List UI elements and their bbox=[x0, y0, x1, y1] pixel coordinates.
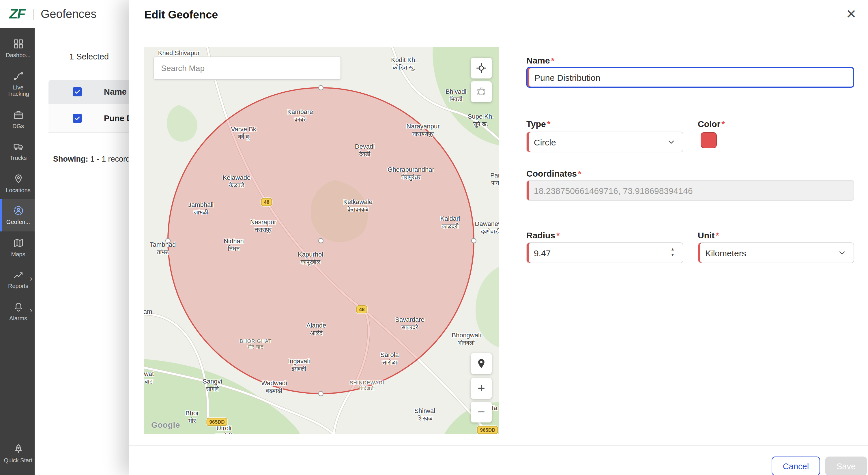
type-select-value: Circle bbox=[534, 137, 556, 147]
unit-select-value: Kilometers bbox=[705, 248, 746, 258]
google-attribution: Google bbox=[151, 420, 180, 430]
row-checkbox[interactable] bbox=[73, 114, 82, 123]
sidebar-item-locations[interactable]: Locations bbox=[0, 167, 35, 199]
geofence-handle[interactable] bbox=[318, 391, 323, 396]
name-input[interactable] bbox=[526, 67, 854, 88]
sidebar-item-alarms[interactable]: Alarms› bbox=[0, 295, 35, 327]
name-label: Name* bbox=[526, 55, 554, 65]
coordinates-input bbox=[526, 180, 854, 201]
sidebar-item-label: Locations bbox=[6, 187, 31, 193]
coordinates-label: Coordinates* bbox=[526, 168, 582, 178]
sidebar-item-label: DGs bbox=[12, 123, 24, 129]
modal-title: Edit Geofence bbox=[144, 9, 218, 21]
sidebar-item-label: Alarms bbox=[9, 315, 27, 321]
row-name: Pune D bbox=[104, 114, 133, 123]
required-asterisk: * bbox=[551, 55, 555, 65]
geofences-icon bbox=[12, 205, 24, 216]
page-title: Geofences bbox=[41, 7, 96, 21]
sidebar-item-dashbo[interactable]: Dashbo... bbox=[0, 32, 35, 64]
check-icon bbox=[74, 88, 81, 95]
showing-value: 1 - 1 record bbox=[90, 155, 130, 163]
sidebar-item-label: Reports bbox=[8, 283, 28, 289]
sidebar-item-trucks[interactable]: Trucks bbox=[0, 135, 35, 167]
sidebar-item-label: Geofen... bbox=[6, 219, 30, 225]
unit-label: Unit* bbox=[698, 230, 719, 240]
cancel-button[interactable]: Cancel bbox=[772, 456, 820, 475]
sidebar-item-geofen[interactable]: Geofen... bbox=[0, 199, 35, 231]
zoom-out-button[interactable]: − bbox=[471, 402, 492, 422]
sidebar-item-live-tracking[interactable]: Live Tracking bbox=[0, 64, 35, 103]
zoom-in-button[interactable]: + bbox=[471, 378, 492, 399]
draw-polygon-button[interactable] bbox=[471, 82, 492, 102]
sidebar-item-label: Quick Start bbox=[4, 457, 33, 464]
edit-geofence-modal: Edit Geofence ✕ bbox=[129, 0, 868, 475]
sidebar-item-label: Trucks bbox=[9, 155, 27, 161]
sidebar-item-reports[interactable]: Reports› bbox=[0, 263, 35, 295]
map-search-input[interactable] bbox=[154, 57, 341, 80]
geofence-handle[interactable] bbox=[318, 239, 323, 243]
dgs-icon bbox=[12, 109, 24, 120]
brand-logo: ZF bbox=[9, 6, 25, 22]
select-all-checkbox[interactable] bbox=[73, 87, 82, 96]
live-tracking-icon bbox=[12, 70, 24, 82]
radius-input[interactable] bbox=[526, 243, 683, 263]
color-label: Color* bbox=[698, 119, 725, 129]
sidebar-item-maps[interactable]: Maps bbox=[0, 231, 35, 263]
chevron-down-icon bbox=[837, 248, 847, 257]
trucks-icon bbox=[12, 141, 24, 152]
geofence-handle[interactable] bbox=[166, 239, 170, 243]
save-button[interactable]: Save bbox=[825, 456, 867, 475]
locations-icon bbox=[12, 173, 24, 184]
quick-start-icon bbox=[12, 443, 24, 454]
required-asterisk: * bbox=[716, 230, 719, 240]
stepper-down-icon[interactable]: ▼ bbox=[671, 253, 675, 257]
color-swatch[interactable] bbox=[701, 132, 717, 148]
type-select[interactable]: Circle bbox=[526, 132, 683, 152]
polygon-icon bbox=[475, 86, 487, 98]
showing-text: Showing: 1 - 1 record bbox=[53, 155, 130, 163]
maps-icon bbox=[12, 237, 24, 249]
stepper-up-icon[interactable]: ▲ bbox=[671, 247, 675, 251]
geofence-handle[interactable] bbox=[471, 239, 476, 243]
type-label: Type* bbox=[526, 119, 551, 129]
sidebar-item-quick-start[interactable]: Quick Start bbox=[0, 437, 35, 469]
table-header-name[interactable]: Name bbox=[104, 87, 127, 96]
footer-divider bbox=[129, 445, 868, 446]
crosshair-icon bbox=[475, 62, 487, 74]
app: ZF | Geofences Dashbo...Live TrackingDGs… bbox=[0, 0, 868, 475]
sidebar-item-dgs[interactable]: DGs bbox=[0, 103, 35, 135]
required-asterisk: * bbox=[578, 168, 582, 178]
radius-label: Radius* bbox=[526, 230, 560, 240]
sidebar: Dashbo...Live TrackingDGsTrucksLocations… bbox=[0, 28, 35, 475]
sidebar-item-label: Live Tracking bbox=[3, 84, 33, 97]
required-asterisk: * bbox=[547, 119, 551, 129]
geofence-handle[interactable] bbox=[318, 86, 323, 90]
reports-icon bbox=[12, 269, 24, 281]
map-marker-icon bbox=[475, 358, 487, 369]
marker-tool-button[interactable] bbox=[471, 353, 492, 374]
unit-select[interactable]: Kilometers bbox=[698, 243, 854, 263]
check-icon bbox=[74, 115, 81, 122]
required-asterisk: * bbox=[721, 119, 725, 129]
dashboard-icon bbox=[12, 38, 24, 50]
sidebar-item-label: Maps bbox=[11, 251, 25, 257]
required-asterisk: * bbox=[556, 230, 560, 240]
sidebar-item-label: Dashbo... bbox=[6, 52, 31, 59]
close-icon[interactable]: ✕ bbox=[843, 6, 859, 23]
chevron-right-icon: › bbox=[30, 274, 32, 283]
logo-divider: | bbox=[32, 7, 35, 21]
locate-button[interactable] bbox=[471, 58, 492, 78]
showing-label: Showing: bbox=[53, 155, 88, 163]
chevron-down-icon bbox=[666, 137, 676, 147]
radius-stepper: ▲ ▼ bbox=[671, 247, 675, 257]
selected-count: 1 Selected bbox=[69, 52, 109, 61]
map-base-layer bbox=[144, 47, 499, 434]
map-canvas[interactable]: Khed ShivapurKodit Kh.कोडित खु.Bhivadiभि… bbox=[144, 47, 499, 434]
chevron-right-icon: › bbox=[30, 306, 32, 315]
alarms-icon bbox=[12, 301, 24, 313]
